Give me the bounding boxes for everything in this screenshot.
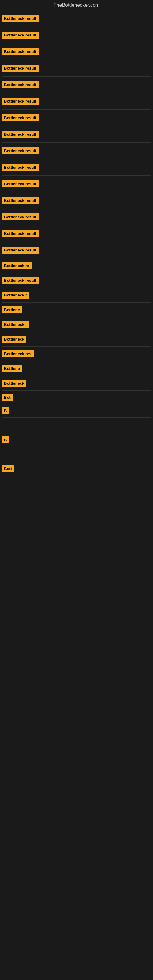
- bottleneck-badge: Bottleneck: [2, 380, 26, 387]
- bottleneck-badge: Bottleneck r: [2, 291, 29, 299]
- bottleneck-badge: Bottleneck result: [2, 15, 38, 22]
- list-item: Bottleneck re: [0, 258, 153, 273]
- list-item: Bottleneck result: [0, 93, 153, 110]
- bottleneck-badge: Bottlene: [2, 365, 22, 372]
- bottleneck-badge: Bottleneck result: [2, 32, 38, 38]
- list-item: Bottlene: [0, 361, 153, 376]
- list-item: Bottleneck result: [0, 159, 153, 176]
- bottleneck-badge: Bottleneck result: [2, 230, 38, 237]
- bottleneck-badge: Bot: [2, 394, 13, 401]
- bottleneck-badge: Bottlene: [2, 306, 22, 313]
- bottleneck-badge: B: [2, 407, 9, 414]
- bottleneck-badge: Bott: [2, 465, 14, 472]
- bottleneck-badge: Bottleneck result: [2, 65, 38, 72]
- list-item: Bottleneck r: [0, 288, 153, 302]
- list-item: Bottleneck result: [0, 110, 153, 126]
- list-item: Bottlene: [0, 302, 153, 317]
- bottleneck-badge: Bottleneck: [2, 336, 26, 343]
- bottleneck-badge: Bottleneck result: [2, 48, 38, 55]
- list-item: Bottleneck result: [0, 176, 153, 192]
- list-item: Bottleneck: [0, 376, 153, 391]
- bottleneck-badge: Bottleneck result: [2, 147, 38, 154]
- list-item: Bottleneck result: [0, 76, 153, 93]
- bottleneck-badge: Bottleneck re: [2, 262, 32, 269]
- bottleneck-badge: Bottleneck result: [2, 213, 38, 221]
- list-item: [0, 491, 153, 528]
- list-item: Bottleneck result: [0, 273, 153, 288]
- list-item: Bottleneck result: [0, 192, 153, 209]
- list-item: Bottleneck result: [0, 126, 153, 143]
- bottleneck-badge: Bottleneck result: [2, 98, 38, 105]
- list-item: Bott: [0, 447, 153, 491]
- list-item: Bottleneck result: [0, 242, 153, 258]
- bottleneck-badge: Bottleneck result: [2, 197, 38, 204]
- list-item: [0, 528, 153, 565]
- bottleneck-badge: Bottleneck result: [2, 180, 38, 188]
- list-item: Bottleneck result: [0, 60, 153, 76]
- list-item: Bottleneck r: [0, 317, 153, 332]
- list-item: Bottleneck result: [0, 225, 153, 242]
- bottleneck-badge: Bottleneck r: [2, 321, 29, 328]
- list-item: Bottleneck: [0, 332, 153, 347]
- bottleneck-badge: B: [2, 436, 9, 444]
- list-item: Bottleneck result: [0, 209, 153, 225]
- list-item: Bottleneck result: [0, 43, 153, 60]
- divider: [2, 602, 151, 602]
- bottleneck-badge: Bottleneck result: [2, 81, 38, 88]
- bottleneck-badge: Bottleneck result: [2, 131, 38, 138]
- bottleneck-badge: Bottleneck result: [2, 277, 38, 284]
- list-item: Bottleneck result: [0, 27, 153, 43]
- list-item: Bottleneck res: [0, 347, 153, 361]
- list-item: [0, 418, 153, 433]
- bottleneck-badge: Bottleneck result: [2, 247, 38, 254]
- site-title-text: TheBottlenecker.com: [54, 2, 99, 8]
- site-title: TheBottlenecker.com: [0, 0, 153, 10]
- bottleneck-badge: Bottleneck result: [2, 114, 38, 121]
- bottleneck-badge: Bottleneck res: [2, 350, 34, 357]
- list-item: [0, 565, 153, 602]
- list-item: Bot: [0, 391, 153, 404]
- list-item: Bottleneck result: [0, 143, 153, 159]
- list-item: B: [0, 404, 153, 418]
- bottleneck-badge: Bottleneck result: [2, 164, 38, 171]
- list-item: B: [0, 433, 153, 447]
- list-item: Bottleneck result: [0, 10, 153, 27]
